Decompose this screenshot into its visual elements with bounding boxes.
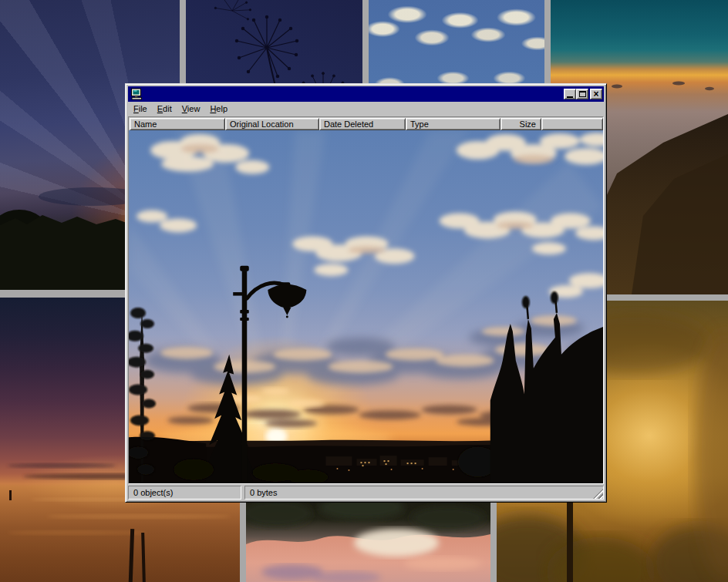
status-bytes: 0 bytes (244, 486, 604, 500)
photo-artwork (129, 130, 603, 483)
minimize-button[interactable] (564, 89, 576, 99)
column-header-name[interactable]: Name (130, 118, 225, 130)
maximize-button[interactable] (576, 89, 588, 99)
title-bar[interactable]: × (128, 86, 604, 102)
maximize-icon (579, 91, 586, 97)
sunset-streetlamp-photo (129, 130, 603, 483)
column-header-original-location[interactable]: Original Location (225, 118, 319, 130)
list-view[interactable]: Name Original Location Date Deleted Type… (128, 116, 604, 484)
column-header-type[interactable]: Type (406, 118, 501, 130)
menu-file[interactable]: File (129, 103, 153, 115)
menu-bar: File Edit View Help (128, 102, 604, 116)
menu-edit[interactable]: Edit (153, 103, 177, 115)
menu-help[interactable]: Help (205, 103, 233, 115)
recycle-bin-window: × File Edit View Help Name Original Loca… (125, 83, 607, 503)
column-header-size[interactable]: Size (501, 118, 541, 130)
column-header-row: Name Original Location Date Deleted Type… (129, 117, 603, 130)
desktop: × File Edit View Help Name Original Loca… (0, 0, 728, 582)
minimize-icon (567, 96, 573, 98)
column-header-date-deleted[interactable]: Date Deleted (319, 118, 406, 130)
status-objects: 0 object(s) (128, 486, 241, 500)
column-header-blank[interactable] (541, 118, 603, 130)
menu-view[interactable]: View (177, 103, 206, 115)
close-button[interactable]: × (590, 89, 602, 99)
close-icon: × (593, 90, 598, 98)
status-bar: 0 object(s) 0 bytes (128, 486, 604, 500)
computer-icon[interactable] (130, 88, 143, 100)
